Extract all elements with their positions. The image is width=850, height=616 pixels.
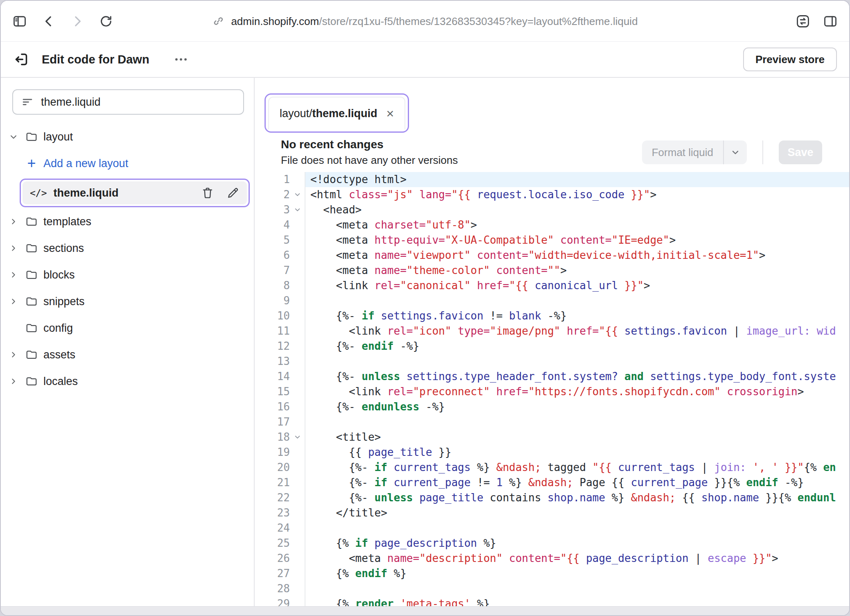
code-line-text[interactable]: <link rel="canonical" href="{{ canonical… bbox=[305, 278, 849, 293]
code-line-text[interactable] bbox=[305, 521, 849, 536]
line-number: 16 bbox=[277, 399, 290, 414]
code-line-text[interactable]: </title> bbox=[305, 505, 849, 521]
code-line-text[interactable]: {%- endunless -%} bbox=[305, 399, 849, 414]
code-line-22[interactable]: 22 {%- unless page_title contains shop.n… bbox=[255, 490, 849, 505]
code-line-text[interactable]: {%- endif -%} bbox=[305, 339, 849, 354]
chevron-down-icon[interactable] bbox=[7, 132, 20, 142]
code-line-15[interactable]: 15 <link rel="preconnect" href="https://… bbox=[255, 384, 849, 399]
line-number: 19 bbox=[277, 445, 290, 460]
sidebar-item-assets[interactable]: assets bbox=[7, 343, 246, 366]
code-line-3[interactable]: 3 <head> bbox=[255, 202, 849, 217]
code-line-11[interactable]: 11 <link rel="icon" type="image/png" hre… bbox=[255, 324, 849, 339]
code-line-text[interactable]: <meta charset="utf-8"> bbox=[305, 217, 849, 233]
code-line-text[interactable] bbox=[305, 293, 849, 308]
sidebar-item-sections[interactable]: sections bbox=[7, 237, 246, 260]
code-line-text[interactable] bbox=[305, 414, 849, 430]
fold-toggle-icon[interactable] bbox=[290, 434, 305, 441]
code-line-text[interactable]: <html class="js" lang="{{ request.locale… bbox=[305, 187, 849, 202]
code-line-19[interactable]: 19 {{ page_title }} bbox=[255, 445, 849, 460]
chevron-right-icon[interactable] bbox=[7, 270, 20, 279]
code-line-text[interactable]: <link rel="icon" type="image/png" href="… bbox=[305, 324, 849, 339]
sidebar-item-layout[interactable]: layout bbox=[7, 125, 246, 148]
panel-right-icon[interactable] bbox=[823, 14, 838, 29]
code-line-text[interactable]: <!doctype html> bbox=[305, 172, 849, 187]
chevron-right-icon[interactable] bbox=[7, 350, 20, 359]
code-line-text[interactable]: {% render 'meta-tags' %} bbox=[305, 596, 849, 606]
line-number: 6 bbox=[283, 248, 290, 263]
code-line-10[interactable]: 10 {%- if settings.favicon != blank -%} bbox=[255, 308, 849, 324]
code-line-text[interactable]: {%- if current_page != 1 %} &ndash; Page… bbox=[305, 475, 849, 490]
code-line-24[interactable]: 24 bbox=[255, 521, 849, 536]
code-line-text[interactable]: <meta name="theme-color" content=""> bbox=[305, 263, 849, 278]
sidebar-item-blocks[interactable]: blocks bbox=[7, 263, 246, 286]
code-line-text[interactable]: {%- if current_tags %} &ndash; tagged "{… bbox=[305, 460, 849, 475]
delete-icon[interactable] bbox=[201, 186, 214, 199]
reload-icon[interactable] bbox=[99, 14, 113, 28]
code-line-21[interactable]: 21 {%- if current_page != 1 %} &ndash; P… bbox=[255, 475, 849, 490]
exit-icon[interactable] bbox=[13, 51, 29, 68]
code-line-17[interactable]: 17 bbox=[255, 414, 849, 430]
add-new-layout-link[interactable]: + Add a new layout bbox=[7, 152, 246, 175]
code-line-16[interactable]: 16 {%- endunless -%} bbox=[255, 399, 849, 414]
code-line-20[interactable]: 20 {%- if current_tags %} &ndash; tagged… bbox=[255, 460, 849, 475]
code-line-text[interactable]: <meta http-equiv="X-UA-Compatible" conte… bbox=[305, 233, 849, 248]
fold-toggle-icon[interactable] bbox=[290, 206, 305, 213]
search-input[interactable] bbox=[41, 96, 235, 109]
code-line-13[interactable]: 13 bbox=[255, 354, 849, 369]
code-line-12[interactable]: 12 {%- endif -%} bbox=[255, 339, 849, 354]
sidebar-item-templates[interactable]: templates bbox=[7, 210, 246, 233]
code-line-text[interactable]: {%- unless page_title contains shop.name… bbox=[305, 490, 849, 505]
code-line-text[interactable]: <meta name="description" content="{{ pag… bbox=[305, 551, 849, 566]
rename-icon[interactable] bbox=[226, 186, 240, 199]
code-line-5[interactable]: 5 <meta http-equiv="X-UA-Compatible" con… bbox=[255, 233, 849, 248]
code-line-29[interactable]: 29 {% render 'meta-tags' %} bbox=[255, 596, 849, 606]
code-line-25[interactable]: 25 {% if page_description %} bbox=[255, 536, 849, 551]
code-line-9[interactable]: 9 bbox=[255, 293, 849, 308]
code-line-text[interactable]: {%- unless settings.type_header_font.sys… bbox=[305, 369, 849, 384]
chevron-right-icon[interactable] bbox=[7, 297, 20, 306]
code-line-7[interactable]: 7 <meta name="theme-color" content=""> bbox=[255, 263, 849, 278]
code-line-1[interactable]: 1<!doctype html> bbox=[255, 172, 849, 187]
code-line-27[interactable]: 27 {% endif %} bbox=[255, 566, 849, 581]
code-line-4[interactable]: 4 <meta charset="utf-8"> bbox=[255, 217, 849, 233]
extensions-icon[interactable] bbox=[795, 14, 811, 29]
chevron-right-icon[interactable] bbox=[7, 377, 20, 386]
code-line-text[interactable]: <head> bbox=[305, 202, 849, 217]
chevron-down-icon[interactable] bbox=[724, 147, 747, 158]
code-line-text[interactable]: {% endif %} bbox=[305, 566, 849, 581]
code-line-text[interactable]: <title> bbox=[305, 430, 849, 445]
close-tab-icon[interactable]: × bbox=[387, 107, 394, 120]
code-line-26[interactable]: 26 <meta name="description" content="{{ … bbox=[255, 551, 849, 566]
browser-sidebar-toggle-icon[interactable] bbox=[12, 14, 27, 29]
chevron-right-icon[interactable] bbox=[7, 217, 20, 226]
code-line-28[interactable]: 28 bbox=[255, 581, 849, 596]
code-line-text[interactable]: <meta name="viewport" content="width=dev… bbox=[305, 248, 849, 263]
code-editor[interactable]: 1<!doctype html>2<html class="js" lang="… bbox=[255, 172, 849, 606]
folder-icon bbox=[25, 131, 38, 143]
back-icon[interactable] bbox=[42, 14, 56, 28]
sidebar-item-snippets[interactable]: snippets bbox=[7, 290, 246, 313]
sidebar-item-config[interactable]: config bbox=[7, 317, 246, 340]
more-menu-icon[interactable] bbox=[173, 52, 189, 67]
code-line-text[interactable]: {{ page_title }} bbox=[305, 445, 849, 460]
chevron-right-icon[interactable] bbox=[7, 244, 20, 253]
preview-store-button[interactable]: Preview store bbox=[743, 48, 837, 71]
code-line-text[interactable] bbox=[305, 581, 849, 596]
code-line-text[interactable] bbox=[305, 354, 849, 369]
sidebar-item-theme-liquid[interactable]: </> theme.liquid bbox=[23, 181, 247, 204]
sidebar-item-locales[interactable]: locales bbox=[7, 370, 246, 393]
code-line-14[interactable]: 14 {%- unless settings.type_header_font.… bbox=[255, 369, 849, 384]
code-line-text[interactable]: <link rel="preconnect" href="https://fon… bbox=[305, 384, 849, 399]
code-line-text[interactable]: {% if page_description %} bbox=[305, 536, 849, 551]
code-line-6[interactable]: 6 <meta name="viewport" content="width=d… bbox=[255, 248, 849, 263]
code-line-2[interactable]: 2<html class="js" lang="{{ request.local… bbox=[255, 187, 849, 202]
code-line-text[interactable]: {%- if settings.favicon != blank -%} bbox=[305, 308, 849, 324]
file-search-box[interactable] bbox=[12, 89, 244, 115]
fold-toggle-icon[interactable] bbox=[290, 191, 305, 198]
code-line-23[interactable]: 23 </title> bbox=[255, 505, 849, 521]
address-bar[interactable]: admin.shopify.com/store/rzq1xu-f5/themes… bbox=[212, 15, 638, 27]
code-line-18[interactable]: 18 <title> bbox=[255, 430, 849, 445]
tab-theme-liquid[interactable]: layout/theme.liquid × bbox=[268, 97, 405, 129]
format-liquid-button[interactable]: Format liquid bbox=[642, 140, 747, 164]
code-line-8[interactable]: 8 <link rel="canonical" href="{{ canonic… bbox=[255, 278, 849, 293]
